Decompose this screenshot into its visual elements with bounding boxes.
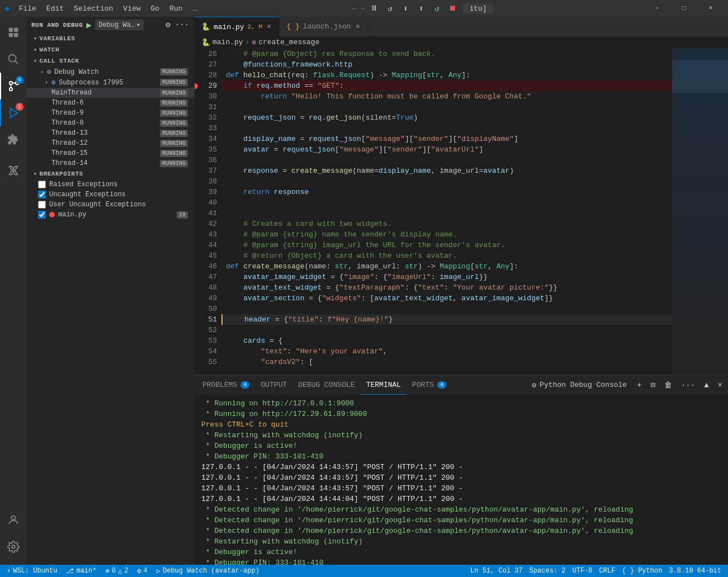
stack-item-debug-watch[interactable]: ▾ ⚙ Debug Watch RUNNING [27,67,195,77]
activity-search[interactable] [0,46,27,73]
trash-btn[interactable]: 🗑 [661,379,675,392]
status-line-col[interactable]: Ln 51, Col 37 [468,567,525,575]
breadcrumb-file-icon: 🐍 [201,38,210,47]
menu-edit[interactable]: Edit [42,3,68,14]
bp-uncaught-checkbox[interactable] [38,191,46,198]
minimap[interactable] [672,49,728,375]
line-num-30: 30 [195,91,217,102]
activity-explorer[interactable] [0,19,27,46]
panel-tab-problems[interactable]: PROBLEMS 4 [197,375,255,395]
activity-settings[interactable] [0,533,27,560]
tab-main-py[interactable]: 🐍 main.py 2, M × [195,17,280,36]
line-num-50: 50 [195,304,217,314]
line-num-41: 41 [195,208,217,219]
activity-testing[interactable] [0,158,27,185]
status-encoding[interactable]: UTF-8 [570,567,595,575]
bp-raised-checkbox[interactable] [38,181,46,188]
line-num-29: 29 [195,81,217,91]
bp-user-uncaught-checkbox[interactable] [38,201,46,209]
bp-main-py-checkbox[interactable] [38,211,46,219]
panel-tab-output[interactable]: OUTPUT [255,375,292,395]
status-eol[interactable]: CRLF [597,567,618,575]
menu-selection[interactable]: Selection [69,3,117,14]
breadcrumb-func[interactable]: create_message [258,38,319,46]
stack-item-mainthread[interactable]: MainThread RUNNING [27,88,195,98]
call-stack-title: CALL STACK [40,58,79,64]
thread-label: Thread-14 [51,159,88,167]
editor-panel-container: 26 27 28 29 30 31 32 33 34 35 36 37 38 [195,49,728,565]
panel-tab-terminal[interactable]: TERMINAL [361,375,406,395]
status-python-version[interactable]: 3.8.10 64-bit [666,567,724,575]
stack-item-thread12[interactable]: Thread-12 RUNNING [27,138,195,148]
debug-config[interactable]: Debug Wa… ▾ [95,20,144,30]
status-language[interactable]: { } Python [620,567,664,575]
debug-stop-btn[interactable]: ⏹ [446,2,459,15]
address-bar[interactable]: itu] [462,3,493,14]
menu-go[interactable]: Go [146,3,164,14]
settings-icon[interactable]: ⚙ [164,19,171,31]
bp-uncaught-exceptions[interactable]: Uncaught Exceptions [27,190,195,200]
menu-more[interactable]: … [188,3,202,14]
window-maximize[interactable]: □ [671,0,697,17]
svg-point-6 [10,88,13,91]
tab-close-btn[interactable]: × [266,21,272,32]
bp-user-uncaught[interactable]: User Uncaught Exceptions [27,200,195,210]
bp-main-py[interactable]: main.py 29 [27,210,195,220]
activity-account[interactable] [0,507,27,533]
stack-item-thread14[interactable]: Thread-14 RUNNING [27,158,195,168]
code-content[interactable]: # @param {Object} res Response to send b… [221,49,672,375]
tab-launch-json[interactable]: { } launch.json × [280,17,368,36]
debug-continue-btn[interactable]: ⏸ [367,2,381,15]
panel-tab-ports[interactable]: PORTS 4 [406,375,452,395]
stack-item-thread15[interactable]: Thread-15 RUNNING [27,148,195,158]
more-actions-btn[interactable]: ··· [678,379,698,392]
nav-forward[interactable]: → [360,4,365,13]
code-line-34: display_name = request_json["message"]["… [221,134,672,144]
call-stack-header[interactable]: ▾ CALL STACK [27,55,195,67]
variables-header[interactable]: ▾ VARIABLES [27,33,195,44]
breakpoints-header[interactable]: ▾ BREAKPOINTS [27,168,195,179]
stack-item-thread8[interactable]: Thread-8 RUNNING [27,118,195,128]
activity-bottom [0,507,27,565]
stack-item-thread9[interactable]: Thread-9 RUNNING [27,108,195,118]
status-ports[interactable]: ⚙ 4 [135,565,149,577]
add-terminal-btn[interactable]: + [634,379,645,392]
stack-item-thread13[interactable]: Thread-13 RUNNING [27,128,195,138]
status-errors[interactable]: ⊗ 0 △ 2 [103,565,130,577]
activity-debug[interactable]: 1 [0,100,27,126]
watch-header[interactable]: ▾ WATCH [27,44,195,55]
panel-close-btn[interactable]: × [715,379,726,392]
svg-point-11 [12,545,15,548]
bp-raised-exceptions[interactable]: Raised Exceptions [27,179,195,190]
debug-stepinto-btn[interactable]: ⬇ [399,2,412,15]
status-wsl[interactable]: ⚡ WSL: Ubuntu [4,565,59,577]
menu-view[interactable]: View [119,3,145,14]
activity-extensions[interactable] [0,126,27,153]
more-icon[interactable]: ··· [174,19,190,31]
code-line-37: response = create_message(name=display_n… [221,165,672,176]
window-minimize[interactable]: − [644,0,670,17]
stack-item-subprocess[interactable]: ▾ ⚙ Subprocess 17995 RUNNING [27,77,195,88]
window-close[interactable]: × [698,0,724,17]
nav-back[interactable]: ← [352,4,357,13]
debug-stepover-btn[interactable]: ↺ [383,2,396,15]
stack-badge: RUNNING [160,79,188,86]
code-line-30: return "Hello! This function must be cal… [221,91,672,102]
debug-stepout-btn[interactable]: ⬆ [414,2,428,15]
terminal-content[interactable]: * Running on http://127.0.0.1:9000 * Run… [195,395,728,565]
panel-tab-debug-console[interactable]: DEBUG CONSOLE [292,375,360,395]
status-debug-name[interactable]: ▷ Debug Watch (avatar-app) [154,565,262,577]
tab-launch-close-btn[interactable]: × [354,21,361,32]
stack-item-thread6[interactable]: Thread-6 RUNNING [27,98,195,108]
status-debug-label: Debug Watch (avatar-app) [163,567,259,575]
split-terminal-btn[interactable]: ⊟ [647,378,659,392]
menu-run[interactable]: Run [165,3,187,14]
menu-file[interactable]: File [15,3,41,14]
status-git-branch[interactable]: ⎇ main* [64,565,98,577]
panel-maximize-btn[interactable]: ▲ [701,379,712,392]
activity-git[interactable]: 6 [0,73,27,100]
debug-restart-btn[interactable]: ↺ [430,2,443,15]
debug-play-btn[interactable]: ▶ [86,20,92,31]
breadcrumb-file[interactable]: main.py [212,38,243,46]
status-spaces[interactable]: Spaces: 2 [527,567,568,575]
